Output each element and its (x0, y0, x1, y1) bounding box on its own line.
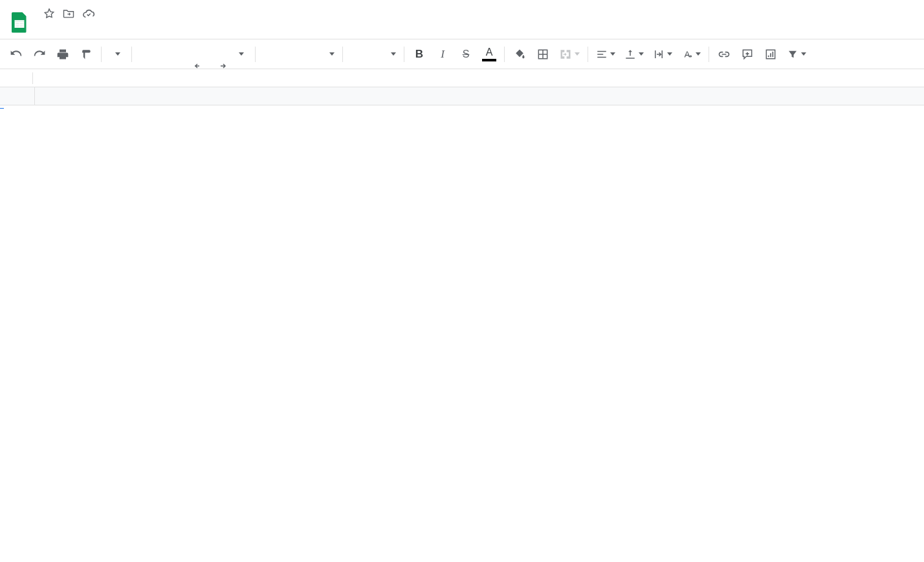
strikethrough-button[interactable]: S (459, 46, 473, 63)
zoom-dropdown[interactable] (109, 46, 124, 63)
cloud-status-icon[interactable] (82, 6, 96, 23)
font-family-dropdown[interactable] (263, 46, 335, 63)
merge-cells-button[interactable] (559, 46, 580, 63)
undo-button[interactable] (9, 46, 23, 63)
text-wrap-button[interactable] (653, 46, 672, 63)
insert-link-button[interactable] (717, 46, 731, 63)
chevron-down-icon (391, 52, 396, 56)
increase-decimal-button[interactable] (210, 46, 224, 63)
insert-comment-button[interactable] (740, 46, 754, 63)
svg-rect-5 (19, 22, 19, 28)
vertical-align-button[interactable] (624, 46, 644, 63)
bold-button[interactable]: B (412, 46, 426, 63)
toolbar: B I S A (0, 39, 924, 69)
format-percent-button[interactable] (163, 46, 177, 63)
formula-bar (0, 69, 924, 87)
format-currency-button[interactable] (140, 46, 154, 63)
chevron-down-icon (610, 52, 615, 56)
filter-button[interactable] (787, 46, 806, 63)
chevron-down-icon (801, 52, 806, 56)
borders-button[interactable] (536, 46, 550, 63)
chevron-down-icon (575, 52, 580, 56)
svg-rect-4 (15, 22, 16, 28)
fill-color-button[interactable] (512, 46, 527, 63)
print-button[interactable] (56, 46, 70, 63)
italic-button[interactable]: I (435, 46, 450, 63)
select-all-corner[interactable] (0, 87, 35, 105)
text-color-button[interactable]: A (482, 46, 496, 63)
text-rotation-button[interactable] (681, 46, 701, 63)
decrease-decimal-button[interactable] (186, 46, 201, 63)
star-icon[interactable] (43, 7, 56, 22)
grid (0, 87, 924, 109)
chevron-down-icon (667, 52, 672, 56)
number-format-dropdown[interactable] (233, 46, 247, 63)
formula-input[interactable] (33, 69, 924, 87)
chevron-down-icon (639, 52, 644, 56)
chevron-down-icon (329, 52, 335, 56)
horizontal-align-button[interactable] (596, 46, 615, 63)
app-logo[interactable] (6, 5, 32, 39)
chevron-down-icon (115, 52, 120, 56)
chevron-down-icon (696, 52, 701, 56)
move-icon[interactable] (62, 7, 75, 22)
font-size-dropdown[interactable] (351, 46, 396, 63)
menubar (32, 25, 918, 35)
paint-format-button[interactable] (79, 46, 93, 63)
svg-rect-6 (23, 22, 24, 28)
chevron-down-icon (239, 52, 244, 56)
redo-button[interactable] (32, 46, 47, 63)
insert-chart-button[interactable] (764, 46, 778, 63)
